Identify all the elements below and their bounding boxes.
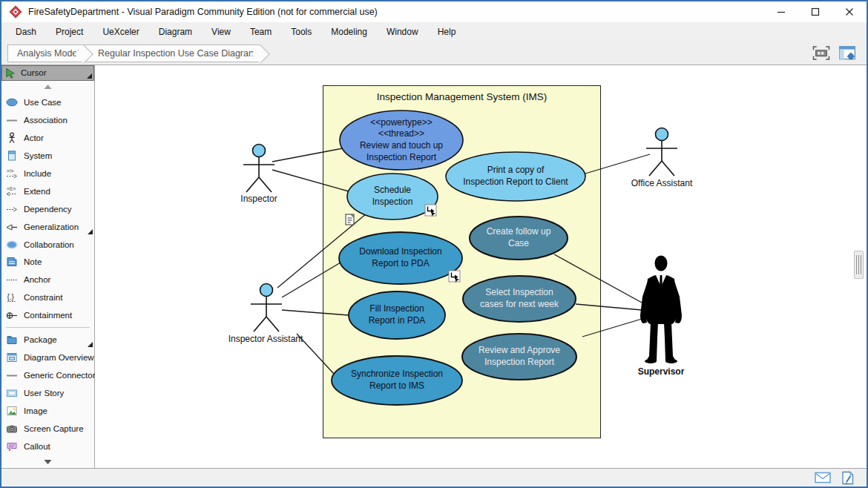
- tool-use-case[interactable]: Use Case: [1, 93, 94, 111]
- actor-inspector-figure[interactable]: [243, 145, 274, 193]
- cursor-icon: [5, 67, 16, 79]
- tool-screen-capture[interactable]: Screen Capture: [1, 420, 94, 438]
- use-case-review-touch-up[interactable]: [340, 111, 463, 170]
- menu-window[interactable]: Window: [377, 24, 428, 40]
- documentation-indicator-icon[interactable]: [346, 214, 354, 225]
- visual-paradigm-logo-icon: [9, 5, 22, 19]
- tool-anchor[interactable]: Anchor: [1, 271, 94, 288]
- tool-extend[interactable]: «E» Extend: [1, 182, 94, 200]
- actor-icon: [6, 132, 18, 144]
- association-inspector-review[interactable]: [272, 148, 343, 162]
- panel-layout-icon[interactable]: [838, 45, 856, 61]
- tool-collaboration[interactable]: Collaboration: [1, 236, 94, 254]
- use-case-download-report[interactable]: [339, 232, 462, 284]
- anchor-icon: [6, 274, 18, 286]
- svg-text:«!»: «!»: [7, 168, 14, 174]
- tool-generalization[interactable]: Generalization: [1, 218, 94, 236]
- association-icon: [6, 114, 18, 126]
- tool-user-story[interactable]: User Story: [1, 384, 94, 402]
- subdiagram-indicator-schedule-icon[interactable]: [425, 205, 436, 217]
- extend-icon: «E»: [6, 185, 18, 197]
- generic-connector-icon: [6, 369, 18, 381]
- menu-bar: Dash Project UeXceler Diagram View Team …: [1, 22, 867, 42]
- diagram-overview-icon: [6, 352, 18, 363]
- toolbox-scroll-down[interactable]: [1, 455, 94, 468]
- breadcrumb-analysis-model[interactable]: Analysis Model: [7, 44, 84, 62]
- svg-text:{.}: {.}: [7, 293, 15, 301]
- menu-view[interactable]: View: [202, 24, 240, 40]
- association-approve-supervisor[interactable]: [582, 319, 642, 337]
- tool-containment[interactable]: Containment: [1, 306, 94, 324]
- triangle-down-icon: [44, 459, 52, 465]
- tool-note[interactable]: Note: [1, 254, 94, 271]
- user-story-icon: [6, 387, 18, 399]
- collapsed-panel-grip[interactable]: [854, 251, 864, 279]
- actor-inspector-assistant-figure[interactable]: [251, 284, 282, 332]
- menu-tools[interactable]: Tools: [281, 24, 321, 40]
- menu-dash[interactable]: Dash: [6, 24, 46, 40]
- use-case-synchronize-report[interactable]: [332, 356, 462, 405]
- tool-dependency[interactable]: Dependency: [1, 200, 94, 218]
- include-icon: «!»: [6, 168, 18, 179]
- package-icon: [6, 334, 18, 346]
- diagram-toolbox: Cursor Use Case Association Actor System: [1, 65, 95, 468]
- collaboration-icon: [6, 239, 18, 251]
- tool-include[interactable]: «!» Include: [1, 165, 94, 182]
- tool-association[interactable]: Association: [1, 111, 94, 129]
- association-assistant-download[interactable]: [282, 263, 341, 297]
- triangle-up-icon: [44, 84, 52, 90]
- menu-uexceler[interactable]: UeXceler: [93, 24, 148, 40]
- use-case-schedule-inspection[interactable]: [347, 174, 438, 220]
- use-case-print-copy[interactable]: [446, 152, 585, 201]
- menu-team[interactable]: Team: [240, 24, 281, 40]
- use-case-icon: [6, 96, 18, 108]
- menu-diagram[interactable]: Diagram: [149, 24, 202, 40]
- message-envelope-icon[interactable]: [815, 472, 831, 484]
- tool-actor[interactable]: Actor: [1, 129, 94, 147]
- tool-generic-connector[interactable]: Generic Connector: [1, 366, 94, 384]
- breadcrumb: Analysis Model Regular Inspection Use Ca…: [1, 42, 867, 65]
- tool-diagram-overview[interactable]: Diagram Overview: [1, 349, 94, 366]
- minimize-button[interactable]: [764, 1, 798, 22]
- use-case-create-follow-up[interactable]: [470, 217, 568, 260]
- association-assistant-fill[interactable]: [282, 310, 349, 315]
- svg-text:«E»: «E»: [7, 186, 16, 191]
- actor-office-assistant-figure[interactable]: [646, 128, 677, 177]
- tool-system[interactable]: System: [1, 147, 94, 165]
- subdiagram-indicator-download-icon[interactable]: [449, 271, 460, 283]
- use-case-fill-report[interactable]: [349, 291, 445, 339]
- use-case-select-cases[interactable]: [463, 276, 576, 322]
- callout-icon: [6, 441, 18, 452]
- dependency-icon: [6, 203, 18, 215]
- association-select-supervisor[interactable]: [576, 304, 642, 310]
- close-button[interactable]: [832, 1, 867, 22]
- association-print-office-assistant[interactable]: [585, 154, 650, 174]
- constraint-icon: {.}: [6, 291, 18, 303]
- maximize-button[interactable]: [798, 1, 832, 22]
- breadcrumb-diagram-name[interactable]: Regular Inspection Use Case Diagram: [84, 44, 260, 62]
- menu-project[interactable]: Project: [46, 24, 93, 40]
- tool-callout[interactable]: Callout: [1, 438, 94, 455]
- tool-cursor[interactable]: Cursor: [1, 65, 94, 81]
- association-inspector-schedule[interactable]: [272, 170, 349, 191]
- tool-package[interactable]: Package: [1, 331, 94, 349]
- title-bar: FireSafetyDepartment - Visual Paradigm C…: [1, 1, 867, 22]
- use-case-review-approve[interactable]: [462, 334, 576, 380]
- generalization-icon: [6, 221, 18, 233]
- menu-modeling[interactable]: Modeling: [321, 24, 377, 40]
- window-title: FireSafetyDepartment - Visual Paradigm C…: [28, 7, 378, 17]
- fit-to-window-icon[interactable]: [812, 45, 831, 61]
- toolbox-separator: [6, 327, 90, 328]
- screen-capture-icon: [6, 423, 18, 435]
- tool-constraint[interactable]: {.} Constraint: [1, 288, 94, 306]
- tool-image[interactable]: Image: [1, 402, 94, 420]
- association-assistant-sync[interactable]: [297, 334, 334, 374]
- note-icon: [6, 256, 18, 268]
- app-window: FireSafetyDepartment - Visual Paradigm C…: [0, 0, 868, 488]
- menu-help[interactable]: Help: [428, 24, 466, 40]
- toolbox-scroll-up[interactable]: [1, 81, 94, 93]
- actor-supervisor-figure[interactable]: [640, 256, 682, 364]
- edit-document-icon[interactable]: [841, 471, 855, 485]
- containment-icon: [6, 309, 18, 321]
- diagram-canvas[interactable]: Inspection Management System (IMS): [95, 65, 867, 468]
